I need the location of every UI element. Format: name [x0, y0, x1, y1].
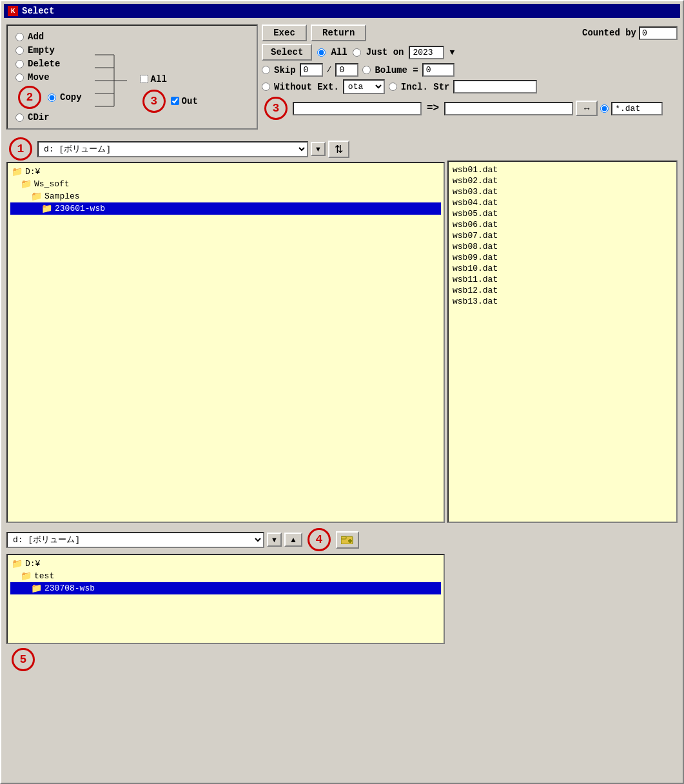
badge-3: 3: [142, 90, 166, 113]
bottom-section: d: [ボリューム] ▼ ▲ 4 📁 D:¥ 📁 test: [4, 525, 680, 674]
right-controls: Exec Return Counted by Select All Just o…: [262, 24, 678, 130]
skip-radio[interactable]: [262, 66, 270, 74]
badge-2: 2: [18, 86, 41, 109]
incl-str-label: Incl. Str: [401, 82, 450, 92]
bolume-input[interactable]: [422, 63, 454, 77]
move-radio[interactable]: [15, 74, 24, 82]
counted-by-input[interactable]: [639, 26, 678, 40]
file-item[interactable]: wsb02.dat: [451, 175, 674, 186]
file-item[interactable]: wsb10.dat: [451, 263, 674, 274]
all-filter-radio[interactable]: [317, 48, 326, 57]
incl-str-radio[interactable]: [389, 83, 397, 91]
incl-str-input[interactable]: [453, 80, 537, 93]
skip-row: Skip / Bolume =: [262, 63, 678, 77]
ext-dropdown[interactable]: ota txt dat: [343, 79, 385, 94]
file-item[interactable]: wsb06.dat: [451, 219, 674, 230]
file-list-spacer: [447, 137, 678, 161]
tree-item-label: 230601-wsb: [55, 204, 105, 213]
folder-icon: 📁: [41, 203, 52, 214]
top-tree-panel[interactable]: 📁 D:¥ 📁 Ws_soft 📁 Samples 📁 230601-wsb: [6, 162, 445, 523]
delete-radio[interactable]: [15, 60, 24, 68]
select-button[interactable]: Select: [262, 44, 312, 61]
bottom-tree-item-test[interactable]: 📁 test: [10, 570, 441, 582]
file-item[interactable]: wsb05.dat: [451, 208, 674, 219]
pattern-input[interactable]: [611, 102, 663, 115]
title-bar: K Select: [4, 4, 680, 18]
without-ext-label: Without Ext.: [274, 82, 339, 92]
copy-label: Copy: [60, 92, 82, 103]
bottom-tree-panel[interactable]: 📁 D:¥ 📁 test 📁 230708-wsb: [6, 554, 445, 644]
year-dropdown-arrow: ▼: [449, 48, 454, 57]
new-folder-button[interactable]: [336, 531, 359, 549]
file-item[interactable]: wsb08.dat: [451, 241, 674, 252]
file-browser-top: 1 d: [ボリューム] ▼ ⇅ 📁 D:¥ 📁 Ws_soft 📁: [4, 135, 680, 525]
ext-row: Without Ext. ota txt dat Incl. Str: [262, 79, 678, 94]
copy-radio-row: 2 Copy: [15, 85, 82, 110]
file-item[interactable]: wsb09.dat: [451, 252, 674, 263]
folder-icon: 📁: [31, 583, 42, 594]
just-on-year-input[interactable]: [409, 46, 444, 59]
tree-item-230601[interactable]: 📁 230601-wsb: [10, 202, 441, 215]
cdir-radio[interactable]: [15, 113, 24, 122]
file-item[interactable]: wsb12.dat: [451, 285, 674, 296]
bottom-tree-item-230708[interactable]: 📁 230708-wsb: [10, 582, 441, 594]
just-on-label: Just on: [366, 47, 404, 57]
tree-item-d[interactable]: 📁 D:¥: [10, 166, 441, 178]
bottom-drive-combo[interactable]: d: [ボリューム]: [6, 532, 264, 548]
file-item[interactable]: wsb11.dat: [451, 274, 674, 285]
exchange-button[interactable]: ↔: [576, 101, 598, 116]
new-folder-icon: [341, 534, 354, 544]
without-ext-radio[interactable]: [262, 83, 270, 91]
bottom-tree-item-d[interactable]: 📁 D:¥: [10, 558, 441, 570]
tree-item-label: test: [34, 571, 54, 581]
file-list-panel[interactable]: wsb01.dat wsb02.dat wsb03.dat wsb04.dat …: [447, 161, 678, 523]
just-on-radio[interactable]: [353, 48, 361, 57]
badge-5: 5: [12, 648, 35, 671]
empty-radio[interactable]: [15, 46, 24, 55]
all-checkbox[interactable]: [140, 75, 148, 83]
to-path-input[interactable]: [444, 102, 573, 115]
top-drive-combo[interactable]: d: [ボリューム]: [37, 141, 308, 157]
top-drive-dropdown-btn[interactable]: ▼: [311, 142, 326, 156]
file-item[interactable]: wsb03.dat: [451, 186, 674, 197]
pattern-radio[interactable]: [600, 104, 609, 113]
tree-item-label: D:¥: [25, 559, 40, 569]
top-buttons-row: Exec Return Counted by: [262, 24, 678, 41]
file-item[interactable]: wsb04.dat: [451, 197, 674, 208]
skip-val1-input[interactable]: [300, 63, 323, 77]
out-checkbox[interactable]: [171, 97, 179, 105]
return-button[interactable]: Return: [311, 24, 366, 41]
counted-by-section: Counted by: [582, 26, 678, 40]
add-radio-row: Add: [15, 31, 82, 43]
counted-by-label: Counted by: [582, 28, 636, 38]
top-tree-section: 1 d: [ボリューム] ▼ ⇅ 📁 D:¥ 📁 Ws_soft 📁: [6, 137, 445, 523]
file-item[interactable]: wsb13.dat: [451, 296, 674, 307]
move-label: Move: [28, 72, 50, 83]
skip-slash: /: [327, 65, 332, 75]
file-item[interactable]: wsb07.dat: [451, 230, 674, 241]
arrow-symbol: =>: [424, 103, 442, 114]
file-item[interactable]: wsb01.dat: [451, 164, 674, 175]
skip-val2-input[interactable]: [335, 63, 358, 77]
folder-icon: 📁: [31, 191, 42, 202]
window-title: Select: [22, 6, 54, 16]
copy-radio[interactable]: [48, 93, 56, 102]
badge-5-area: 5: [6, 648, 678, 671]
top-section: Add Empty Delete Move 2: [4, 22, 680, 132]
tree-item-samples[interactable]: 📁 Samples: [10, 190, 441, 202]
tree-item-wssoft[interactable]: 📁 Ws_soft: [10, 178, 441, 190]
folder-up-button[interactable]: ▲: [284, 533, 302, 547]
empty-label: Empty: [28, 45, 55, 55]
top-swap-btn[interactable]: ⇅: [328, 141, 349, 158]
folder-icon: 📁: [21, 179, 32, 190]
empty-radio-row: Empty: [15, 44, 82, 56]
bottom-drive-row: d: [ボリューム] ▼ ▲ 4: [6, 528, 678, 551]
bottom-drive-dropdown-btn[interactable]: ▼: [267, 533, 282, 547]
add-radio[interactable]: [15, 33, 24, 41]
tree-item-label: Ws_soft: [34, 179, 70, 189]
folder-icon: 📁: [12, 166, 23, 177]
from-path-input[interactable]: [293, 102, 422, 115]
exec-button[interactable]: Exec: [262, 24, 307, 41]
bolume-radio[interactable]: [362, 66, 371, 74]
all-filter-label: All: [331, 47, 347, 57]
